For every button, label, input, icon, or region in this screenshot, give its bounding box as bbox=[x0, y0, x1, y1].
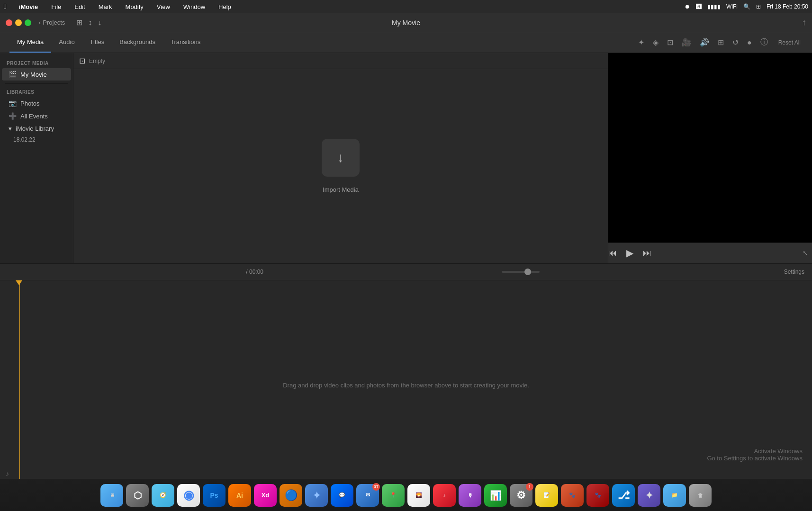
chrome-icon: ◉ bbox=[183, 488, 194, 502]
menubar-wifi: WiFi bbox=[726, 3, 738, 10]
menubar-search[interactable]: 🔍 bbox=[743, 3, 750, 10]
dock-app-paw[interactable]: 🐾 bbox=[561, 484, 584, 507]
dock-app-mail[interactable]: ✉ 37 bbox=[356, 484, 379, 507]
sidebar-photos-label: Photos bbox=[20, 100, 39, 107]
dock-app-blender[interactable]: 🔵 bbox=[280, 484, 302, 507]
color-board-icon[interactable]: ◈ bbox=[651, 36, 660, 49]
dock-app-photos[interactable]: 🌄 bbox=[407, 484, 430, 507]
fullscreen-preview-icon[interactable]: ⤡ bbox=[803, 249, 808, 257]
blender-icon: 🔵 bbox=[285, 489, 298, 502]
menubar-mark[interactable]: Mark bbox=[96, 2, 115, 11]
grid-view-icon[interactable]: ⊞ bbox=[76, 18, 82, 27]
import-media-button[interactable]: ↓ bbox=[322, 139, 360, 177]
menubar-imovie[interactable]: iMovie bbox=[16, 2, 41, 11]
timeline-header: / 00:00 Settings bbox=[0, 263, 812, 280]
dock-app-notes[interactable]: 📝 bbox=[535, 484, 558, 507]
dock-app-launchpad[interactable]: ⬡ bbox=[126, 484, 149, 507]
tab-titles[interactable]: Titles bbox=[82, 32, 112, 53]
sort-icon[interactable]: ↕ bbox=[88, 18, 92, 27]
dock-app-safari[interactable]: 🧭 bbox=[152, 484, 174, 507]
pixelmator-icon: ✦ bbox=[313, 490, 321, 501]
dock-app-illustrator[interactable]: Ai bbox=[228, 484, 251, 507]
dock-app-overflow[interactable]: ✦ bbox=[638, 484, 660, 507]
sidebar-divider-1 bbox=[5, 83, 68, 84]
dock-trash[interactable]: 🗑 bbox=[689, 484, 712, 507]
tab-audio[interactable]: Audio bbox=[51, 32, 82, 53]
dock-app-chrome[interactable]: ◉ bbox=[177, 484, 200, 507]
timeline-zoom-track[interactable] bbox=[502, 271, 540, 273]
dock-app-paw2[interactable]: 🐾 bbox=[586, 484, 609, 507]
skip-forward-button[interactable]: ⏭ bbox=[643, 248, 651, 258]
tab-transitions[interactable]: Transitions bbox=[163, 32, 208, 53]
dock: 🖥 ⬡ 🧭 ◉ Ps Ai Xd 🔵 ✦ 💬 ✉ 37 📍 🌄 ♪ 🎙 📊 bbox=[0, 479, 812, 511]
sidebar-item-my-movie[interactable]: 🎬 My Movie bbox=[2, 68, 71, 81]
equalizer-icon[interactable]: ⊞ bbox=[716, 36, 726, 49]
download-icon[interactable]: ↓ bbox=[98, 18, 101, 27]
dock-app-photoshop[interactable]: Ps bbox=[203, 484, 226, 507]
media-tabs: My Media Audio Titles Backgrounds Transi… bbox=[0, 32, 636, 53]
menubar-right: ⏺ 🅰 ▮▮▮▮ WiFi 🔍 ⊞ Fri 18 Feb 20:50 bbox=[685, 3, 808, 10]
tab-backgrounds[interactable]: Backgrounds bbox=[112, 32, 163, 53]
camera-stabilize-icon[interactable]: 🎥 bbox=[680, 36, 693, 49]
share-icon[interactable]: ↑ bbox=[802, 18, 806, 27]
media-browser-empty-label: Empty bbox=[89, 58, 105, 64]
numbers-icon: 📊 bbox=[490, 490, 502, 501]
skip-back-button[interactable]: ⏮ bbox=[608, 248, 617, 258]
system-prefs-icon: ⚙ bbox=[516, 489, 526, 502]
timeline-settings-button[interactable]: Settings bbox=[784, 269, 804, 275]
timeline-tracks[interactable]: Drag and drop video clips and photos fro… bbox=[0, 280, 812, 491]
reset-all-button[interactable]: Reset All bbox=[775, 37, 804, 48]
dock-app-files[interactable]: 📁 bbox=[663, 484, 686, 507]
titlebar: ‹ Projects ⊞ ↕ ↓ My Movie ↑ bbox=[0, 13, 812, 32]
volume-icon[interactable]: 🔊 bbox=[698, 36, 711, 49]
dock-app-finder[interactable]: 🖥 bbox=[100, 484, 123, 507]
video-controls: ⏮ ▶ ⏭ ⤡ bbox=[608, 242, 812, 263]
menubar-view[interactable]: View bbox=[154, 2, 173, 11]
apple-menu[interactable]:  bbox=[4, 2, 7, 11]
timeline-timecode: / 00:00 bbox=[246, 269, 263, 275]
info-icon[interactable]: ⓘ bbox=[758, 36, 770, 49]
activate-windows-line2: Go to Settings to activate Windows bbox=[707, 455, 803, 462]
fullscreen-button[interactable] bbox=[25, 19, 31, 26]
dock-app-podcasts[interactable]: 🎙 bbox=[459, 484, 481, 507]
timeline-playhead[interactable] bbox=[19, 280, 20, 491]
media-browser-header: ⊡ Empty bbox=[73, 53, 608, 69]
sidebar-section-libraries: LIBRARIES bbox=[0, 87, 73, 97]
menubar-extension: 🅰 bbox=[696, 3, 702, 10]
finder-icon: 🖥 bbox=[109, 493, 115, 498]
sidebar-item-date[interactable]: 18.02.22 bbox=[0, 135, 73, 144]
sidebar-item-photos[interactable]: 📷 Photos bbox=[2, 97, 71, 109]
menubar-file[interactable]: File bbox=[48, 2, 64, 11]
sidebar-item-imovie-library[interactable]: ▾ iMovie Library bbox=[2, 123, 71, 134]
wand-icon[interactable]: ✦ bbox=[636, 36, 646, 49]
photos-dock-icon: 🌄 bbox=[415, 492, 422, 498]
sidebar-item-all-events[interactable]: ➕ All Events bbox=[2, 110, 71, 122]
notes-icon: 📝 bbox=[543, 492, 550, 498]
crop-icon[interactable]: ⊡ bbox=[665, 36, 675, 49]
playhead-triangle bbox=[16, 280, 22, 285]
dock-app-music[interactable]: ♪ bbox=[433, 484, 456, 507]
close-button[interactable] bbox=[6, 19, 12, 26]
dock-app-maps[interactable]: 📍 bbox=[382, 484, 405, 507]
paw2-icon: 🐾 bbox=[595, 492, 601, 498]
timeline-zoom-control[interactable] bbox=[502, 271, 540, 273]
play-button[interactable]: ▶ bbox=[626, 247, 633, 259]
tab-my-media[interactable]: My Media bbox=[9, 32, 51, 53]
menubar-help[interactable]: Help bbox=[216, 2, 234, 11]
dock-app-xd[interactable]: Xd bbox=[254, 484, 277, 507]
dock-app-system-preferences[interactable]: ⚙ 1 bbox=[510, 484, 532, 507]
noise-reduction-icon[interactable]: ● bbox=[745, 36, 754, 49]
minimize-button[interactable] bbox=[15, 19, 22, 26]
menubar-edit[interactable]: Edit bbox=[72, 2, 88, 11]
dock-app-sourcetree[interactable]: ⎇ bbox=[612, 484, 635, 507]
timeline-zoom-thumb[interactable] bbox=[524, 269, 531, 275]
projects-back-button[interactable]: ‹ Projects bbox=[39, 19, 65, 26]
speed-icon[interactable]: ↺ bbox=[731, 36, 740, 49]
menubar-modify[interactable]: Modify bbox=[123, 2, 146, 11]
dock-app-messenger[interactable]: 💬 bbox=[331, 484, 353, 507]
dock-app-pixelmator[interactable]: ✦ bbox=[305, 484, 328, 507]
menubar-window[interactable]: Window bbox=[180, 2, 208, 11]
menubar-controlcenter[interactable]: ⊞ bbox=[756, 3, 761, 10]
maps-icon: 📍 bbox=[390, 492, 397, 498]
dock-app-numbers[interactable]: 📊 bbox=[484, 484, 507, 507]
